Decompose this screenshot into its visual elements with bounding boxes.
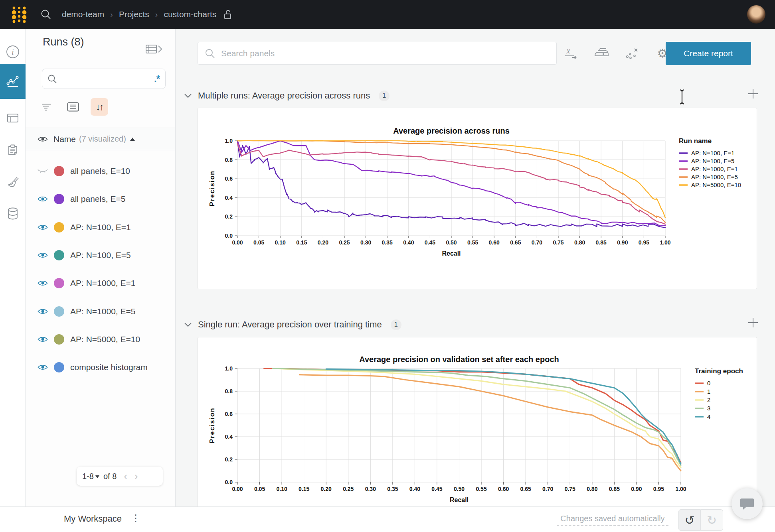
run-name: AP: N=1000, E=5: [70, 307, 135, 316]
add-panel-button[interactable]: [747, 317, 759, 329]
breadcrumb: demo-team › Projects › custom-charts: [62, 0, 233, 29]
section-title[interactable]: Multiple runs: Average precision across …: [198, 91, 370, 101]
run-row[interactable]: AP: N=1000, E=5: [26, 297, 175, 325]
run-color-dot: [54, 362, 64, 372]
svg-text:0.60: 0.60: [498, 486, 509, 492]
breadcrumb-projects[interactable]: Projects: [119, 10, 149, 19]
outliers-button[interactable]: [623, 45, 641, 62]
page-range-dropdown[interactable]: 1-8: [82, 472, 94, 481]
run-visibility-toggle[interactable]: [38, 195, 48, 203]
chat-launcher-button[interactable]: [732, 488, 763, 519]
breadcrumb-separator: ›: [155, 10, 158, 19]
runs-panel: Runs (8) .*: [26, 29, 176, 506]
eye-icon[interactable]: [38, 136, 48, 143]
workspace-toolbar-icons: x: [563, 42, 671, 65]
run-color-dot: [54, 166, 64, 176]
smoothing-button[interactable]: [593, 45, 611, 62]
svg-text:1.00: 1.00: [675, 486, 686, 492]
eye-icon: [38, 336, 48, 343]
section-title[interactable]: Single run: Average precision over train…: [198, 319, 382, 330]
rail-item-tables[interactable]: [0, 102, 26, 134]
run-visibility-toggle[interactable]: [38, 280, 48, 287]
panel-count-badge: 1: [379, 91, 389, 101]
run-row[interactable]: AP: N=100, E=1: [26, 213, 175, 241]
undo-button[interactable]: ↺: [678, 509, 701, 531]
run-row[interactable]: composite histogram: [26, 353, 175, 381]
create-report-button[interactable]: Create report: [666, 42, 751, 65]
svg-text:0.4: 0.4: [225, 433, 233, 440]
svg-text:0.4: 0.4: [225, 195, 233, 201]
svg-text:Run name: Run name: [679, 137, 712, 145]
run-row[interactable]: AP: N=1000, E=1: [26, 269, 175, 297]
run-row[interactable]: AP: N=5000, E=10: [26, 325, 175, 353]
breadcrumb-team[interactable]: demo-team: [62, 10, 104, 19]
svg-text:0.50: 0.50: [446, 239, 457, 246]
x-axis-settings-button[interactable]: x: [563, 45, 580, 62]
svg-text:0.6: 0.6: [225, 175, 233, 182]
svg-text:i: i: [12, 48, 14, 56]
svg-text:1.0: 1.0: [225, 138, 233, 144]
panel-search-input[interactable]: [221, 49, 550, 58]
rail-item-artifacts[interactable]: [0, 198, 26, 230]
run-row[interactable]: all panels, E=5: [26, 185, 175, 213]
run-visibility-toggle[interactable]: [38, 364, 48, 371]
svg-text:Training epoch: Training epoch: [695, 367, 743, 375]
regex-toggle[interactable]: .*: [154, 73, 160, 85]
collapse-section-button[interactable]: [184, 93, 192, 99]
svg-text:0.45: 0.45: [425, 239, 435, 246]
svg-text:0.30: 0.30: [360, 239, 371, 246]
left-icon-rail: i: [0, 29, 26, 506]
runs-table-expand-button[interactable]: [145, 44, 163, 54]
chevron-right-icon: [157, 45, 163, 53]
history-buttons: ↺ ↻: [678, 509, 723, 531]
svg-text:Precision: Precision: [209, 407, 215, 443]
run-visibility-toggle[interactable]: [38, 252, 48, 259]
add-panel-button[interactable]: [747, 88, 759, 100]
kebab-menu-icon[interactable]: ⋮: [131, 512, 140, 524]
runs-name-header[interactable]: Name (7 visualized): [26, 128, 175, 150]
run-name: all panels, E=5: [70, 194, 125, 204]
svg-text:0.65: 0.65: [510, 239, 521, 246]
wandb-logo[interactable]: [11, 5, 28, 24]
svg-text:0.10: 0.10: [276, 486, 287, 492]
workspace-selector[interactable]: My Workspace: [64, 514, 122, 524]
breadcrumb-separator: ›: [110, 10, 113, 19]
breadcrumb-project-name[interactable]: custom-charts: [164, 10, 216, 19]
filter-button[interactable]: [38, 98, 55, 116]
nav-search-icon[interactable]: [40, 8, 52, 20]
save-status-link[interactable]: Changes saved automatically: [557, 514, 668, 526]
next-page-button[interactable]: ›: [134, 471, 138, 481]
group-button[interactable]: [64, 98, 82, 116]
user-avatar[interactable]: [747, 5, 765, 24]
svg-text:0.0: 0.0: [225, 233, 233, 239]
rail-item-info[interactable]: i: [0, 36, 26, 68]
outliers-scatter-icon: [625, 46, 639, 61]
svg-text:4: 4: [707, 413, 710, 420]
panel-count-badge: 1: [391, 319, 401, 330]
svg-text:0.15: 0.15: [299, 486, 309, 492]
run-visibility-toggle[interactable]: [38, 336, 48, 343]
top-navbar: demo-team › Projects › custom-charts: [0, 0, 775, 29]
rail-item-sweeps[interactable]: [0, 166, 26, 198]
run-row[interactable]: all panels, E=10: [26, 157, 175, 185]
chevron-down-icon[interactable]: [95, 475, 99, 478]
run-visibility-toggle[interactable]: [38, 167, 48, 175]
svg-text:0.20: 0.20: [318, 239, 328, 246]
run-visibility-toggle[interactable]: [38, 224, 48, 231]
sort-button[interactable]: ↓↑: [91, 98, 108, 116]
run-color-dot: [54, 194, 64, 204]
svg-text:0.55: 0.55: [476, 486, 486, 492]
rail-item-charts[interactable]: [0, 64, 26, 99]
run-row[interactable]: AP: N=100, E=5: [26, 241, 175, 269]
prev-page-button[interactable]: ‹: [124, 471, 127, 481]
collapse-section-button[interactable]: [184, 322, 192, 327]
run-visibility-toggle[interactable]: [38, 308, 48, 315]
runs-search-input[interactable]: [61, 75, 154, 83]
rail-item-logs[interactable]: [0, 134, 26, 166]
svg-text:0.25: 0.25: [343, 486, 354, 492]
svg-text:Recall: Recall: [442, 250, 461, 257]
redo-button[interactable]: ↻: [701, 509, 723, 531]
panel-card-average-precision-validation[interactable]: 0.000.050.100.150.200.250.300.350.400.45…: [198, 337, 757, 532]
panel-card-average-precision-across-runs[interactable]: 0.000.050.100.150.200.250.300.350.400.45…: [198, 108, 757, 289]
svg-text:0.35: 0.35: [382, 239, 393, 246]
